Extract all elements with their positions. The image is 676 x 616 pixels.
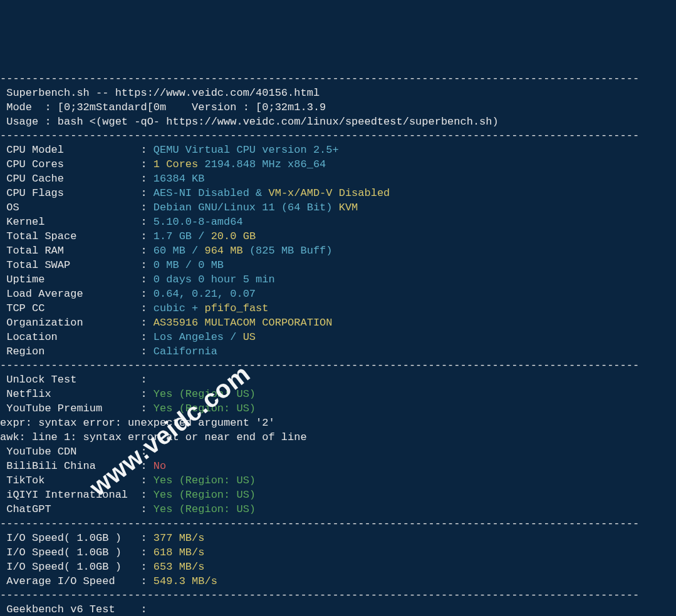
io-avg-label: Average I/O Speed : bbox=[0, 575, 153, 587]
ram-used: 60 MB / bbox=[153, 245, 205, 257]
netflix-label: Netflix : bbox=[0, 388, 153, 400]
uptime-value: 0 days 0 hour 5 min bbox=[153, 274, 275, 285]
io-speed-1-value: 377 MB/s bbox=[153, 532, 205, 544]
ram-total: 964 MB bbox=[204, 245, 249, 257]
netflix-value: Yes (Region: US) bbox=[153, 388, 256, 400]
region-label: Region : bbox=[0, 346, 153, 357]
tiktok-value: Yes (Region: US) bbox=[153, 475, 256, 486]
iqiyi-label: iQIYI International : bbox=[0, 489, 153, 501]
io-speed-2-value: 618 MB/s bbox=[153, 547, 205, 558]
geekbench-v6-label: Geekbench v6 Test : bbox=[0, 603, 147, 615]
chatgpt-label: ChatGPT : bbox=[0, 503, 153, 515]
header-line-1: Superbench.sh -- https://www.veidc.com/4… bbox=[0, 87, 320, 99]
io-avg-value: 549.3 MB/s bbox=[153, 575, 217, 587]
error-line-2: awk: line 1: syntax error at or near end… bbox=[0, 431, 307, 443]
cpu-cores-label: CPU Cores : bbox=[0, 158, 153, 170]
io-speed-3-value: 653 MB/s bbox=[153, 561, 205, 573]
tcp-qdisc: pfifo_fast bbox=[204, 302, 268, 314]
vmx-value: VM-x/AMD-V Disabled bbox=[268, 187, 390, 199]
io-speed-2-label: I/O Speed( 1.0GB ) : bbox=[0, 547, 153, 558]
unlock-test-label: Unlock Test : bbox=[0, 374, 147, 386]
location-cc: US bbox=[243, 331, 256, 343]
cpu-model-label: CPU Model : bbox=[0, 144, 153, 156]
tcp-label: TCP CC : bbox=[0, 302, 153, 314]
cpu-model-value: QEMU Virtual CPU version 2.5+ bbox=[153, 144, 339, 156]
swap-value: 0 MB / 0 MB bbox=[153, 259, 224, 271]
bilibili-label: BiliBili China : bbox=[0, 460, 153, 472]
ram-label: Total RAM : bbox=[0, 245, 153, 257]
error-line-1: expr: syntax error: unexpected argument … bbox=[0, 417, 275, 429]
load-label: Load Average : bbox=[0, 288, 153, 300]
swap-label: Total SWAP : bbox=[0, 259, 153, 271]
space-used: 1.7 GB / bbox=[153, 230, 211, 242]
chatgpt-value: Yes (Region: US) bbox=[153, 503, 256, 515]
uptime-label: Uptime : bbox=[0, 274, 153, 285]
bilibili-value: No bbox=[153, 460, 166, 472]
org-value: AS35916 MULTACOM CORPORATION bbox=[153, 317, 333, 329]
dash-line: ----------------------------------------… bbox=[0, 130, 639, 141]
space-total: 20.0 GB bbox=[211, 230, 256, 242]
location-label: Location : bbox=[0, 331, 153, 343]
tcp-cc: cubic + bbox=[153, 302, 205, 314]
header-line-2: Mode : [0;32mStandard[0m Version : [0;32… bbox=[0, 101, 326, 113]
cpu-flags-label: CPU Flags : bbox=[0, 187, 153, 199]
io-speed-3-label: I/O Speed( 1.0GB ) : bbox=[0, 561, 153, 573]
header-line-3: Usage : bash <(wget -qO- https://www.vei… bbox=[0, 116, 499, 128]
cpu-cores-freq: 2194.848 MHz x86_64 bbox=[204, 158, 326, 170]
aesni-value: AES-NI Disabled & bbox=[153, 187, 269, 199]
location-city: Los Angeles / bbox=[153, 331, 243, 343]
io-speed-1-label: I/O Speed( 1.0GB ) : bbox=[0, 532, 153, 544]
space-label: Total Space : bbox=[0, 230, 153, 242]
terminal-output: ----------------------------------------… bbox=[0, 58, 676, 616]
youtube-cdn-label: YouTube CDN : bbox=[0, 446, 147, 458]
dash-line: ----------------------------------------… bbox=[0, 73, 639, 85]
kernel-value: 5.10.0-8-amd64 bbox=[153, 216, 243, 228]
youtube-premium-label: YouTube Premium : bbox=[0, 403, 153, 414]
os-label: OS : bbox=[0, 202, 153, 213]
dash-line: ----------------------------------------… bbox=[0, 359, 639, 371]
dash-line: ----------------------------------------… bbox=[0, 518, 639, 530]
iqiyi-value: Yes (Region: US) bbox=[153, 489, 256, 501]
cpu-cache-label: CPU Cache : bbox=[0, 173, 153, 185]
load-value: 0.64, 0.21, 0.07 bbox=[153, 288, 256, 300]
region-value: California bbox=[153, 346, 217, 357]
os-virt: KVM bbox=[339, 202, 358, 213]
ram-buff: (825 MB Buff) bbox=[249, 245, 333, 257]
org-label: Organization : bbox=[0, 317, 153, 329]
kernel-label: Kernel : bbox=[0, 216, 153, 228]
youtube-premium-value: Yes (Region: US) bbox=[153, 403, 256, 414]
os-value: Debian GNU/Linux 11 (64 Bit) bbox=[153, 202, 339, 213]
cpu-cores-count: 1 Cores bbox=[153, 158, 205, 170]
tiktok-label: TikTok : bbox=[0, 475, 153, 486]
cpu-cache-value: 16384 KB bbox=[153, 173, 205, 185]
dash-line: ----------------------------------------… bbox=[0, 589, 639, 601]
